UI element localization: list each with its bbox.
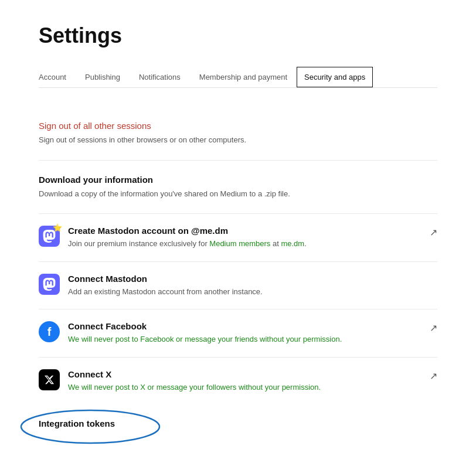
star-badge: ⭐ [53, 223, 62, 232]
download-section: Download your information Download a cop… [39, 161, 437, 215]
circle-annotation [26, 408, 166, 449]
mastodon-connect-row: Connect Mastodon Add an existing Mastodo… [39, 262, 437, 310]
mastodon-connect-icon-wrap [39, 274, 60, 295]
x-icon [39, 369, 60, 390]
tab-publishing[interactable]: Publishing [76, 67, 130, 87]
x-arrow-icon: ↗ [430, 370, 437, 382]
mastodon-premium-row: ⭐ Create Mastodon account on @me.dm Join… [39, 214, 437, 262]
integration-section: Integration tokens [39, 404, 437, 443]
connected-services: ⭐ Create Mastodon account on @me.dm Join… [39, 214, 437, 404]
tab-account[interactable]: Account [39, 67, 76, 87]
x-icon-wrap [39, 369, 60, 390]
sign-out-section: Sign out of all other sessions Sign out … [39, 107, 437, 161]
facebook-icon-wrap: f [39, 321, 60, 342]
mastodon-premium-icon-wrap: ⭐ [39, 226, 60, 247]
mastodon-premium-arrow-icon: ↗ [430, 227, 437, 238]
facebook-connect-row: f Connect Facebook We will never post to… [39, 309, 437, 358]
download-title[interactable]: Download your information [39, 175, 437, 185]
facebook-arrow-icon: ↗ [430, 322, 437, 334]
x-connect-row: Connect X We will never post to X or mes… [39, 358, 437, 405]
mastodon-connect-desc: Add an existing Mastodon account from an… [68, 286, 437, 298]
x-connect-desc: We will never post to X or message your … [68, 382, 430, 393]
tabs-nav: Account Publishing Notifications Members… [39, 67, 437, 88]
sign-out-link[interactable]: Sign out of all other sessions [39, 121, 437, 131]
facebook-icon: f [39, 321, 60, 342]
facebook-connect-title: Connect Facebook [68, 321, 430, 331]
integration-title[interactable]: Integration tokens [39, 418, 115, 428]
download-desc: Download a copy of the information you'v… [39, 188, 437, 200]
tab-security[interactable]: Security and apps [297, 67, 373, 87]
tab-notifications[interactable]: Notifications [130, 67, 190, 87]
mastodon-premium-desc: Join our premium instance exclusively fo… [68, 238, 430, 250]
page-container: Settings Account Publishing Notification… [9, 0, 467, 466]
mastodon-premium-title: Create Mastodon account on @me.dm [68, 226, 430, 236]
sign-out-desc: Sign out of sessions in other browsers o… [39, 134, 437, 146]
tab-membership[interactable]: Membership and payment [190, 67, 297, 87]
facebook-connect-desc: We will never post to Facebook or messag… [68, 334, 430, 345]
x-connect-title: Connect X [68, 369, 430, 379]
mastodon-connect-title: Connect Mastodon [68, 274, 437, 284]
mastodon-connect-icon [39, 274, 60, 295]
page-title: Settings [39, 23, 437, 48]
